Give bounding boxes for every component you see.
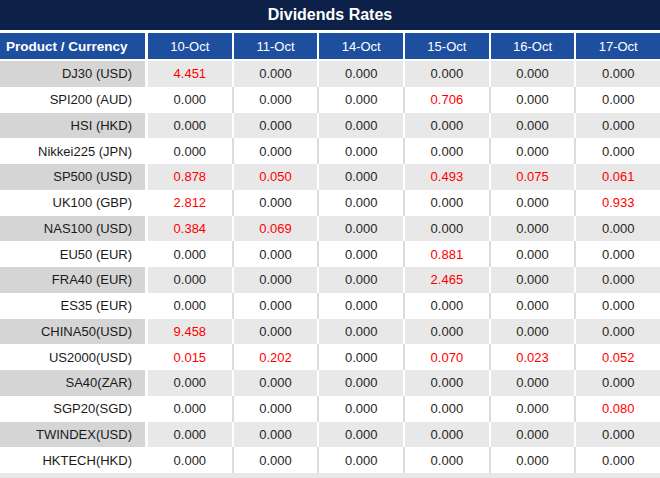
table-row: EU50 (EUR) 0.000 0.000 0.000 0.881 0.000… [0,241,660,267]
value-cell: 0.000 [574,319,660,345]
product-cell: SA40(ZAR) [0,370,145,396]
value-cell: 0.000 [403,61,489,87]
value-cell: 0.000 [574,293,660,319]
table-row: CHINA50(USD) 9.458 0.000 0.000 0.000 0.0… [0,319,660,345]
value-cell: 0.493 [403,164,489,190]
value-cell: 0.000 [574,113,660,139]
table-row: SGP20(SGD) 0.000 0.000 0.000 0.000 0.000… [0,396,660,422]
value-cell: 0.000 [317,113,403,139]
value-cell: 0.000 [403,216,489,242]
table-row: US2000(USD) 0.015 0.202 0.000 0.070 0.02… [0,344,660,370]
value-cell: 0.075 [489,164,575,190]
value-cell: 0.000 [489,241,575,267]
bottom-strip [0,473,660,478]
value-cell: 0.000 [489,422,575,448]
value-cell: 0.881 [403,241,489,267]
value-cell: 0.015 [145,344,232,370]
value-cell: 0.000 [574,422,660,448]
table-row: DJ30 (USD) 4.451 0.000 0.000 0.000 0.000… [0,61,660,87]
value-cell: 0.000 [403,319,489,345]
value-cell: 0.000 [489,319,575,345]
value-cell: 0.000 [232,190,318,216]
value-cell: 0.202 [232,344,318,370]
value-cell: 0.706 [403,87,489,113]
value-cell: 0.000 [489,190,575,216]
value-cell: 0.000 [403,138,489,164]
value-cell: 0.000 [403,113,489,139]
value-cell: 0.000 [145,293,232,319]
value-cell: 0.000 [489,396,575,422]
product-cell: ES35 (EUR) [0,293,145,319]
value-cell: 0.069 [232,216,318,242]
value-cell: 0.000 [145,241,232,267]
product-cell: FRA40 (EUR) [0,267,145,293]
value-cell: 0.000 [317,447,403,473]
table-row: HSI (HKD) 0.000 0.000 0.000 0.000 0.000 … [0,113,660,139]
value-cell: 0.061 [574,164,660,190]
product-cell: NAS100 (USD) [0,216,145,242]
value-cell: 0.000 [489,216,575,242]
value-cell: 2.465 [403,267,489,293]
column-header-date: 16-Oct [489,33,575,59]
column-header-product: Product / Currency [0,33,145,59]
value-cell: 0.000 [317,216,403,242]
column-header-date: 17-Oct [574,33,660,59]
value-cell: 0.000 [317,190,403,216]
value-cell: 0.000 [145,267,232,293]
header-row: Product / Currency 10-Oct 11-Oct 14-Oct … [0,33,660,59]
table-row: ES35 (EUR) 0.000 0.000 0.000 0.000 0.000… [0,293,660,319]
value-cell: 0.000 [317,61,403,87]
value-cell: 0.000 [317,87,403,113]
value-cell: 0.000 [317,267,403,293]
value-cell: 0.000 [317,138,403,164]
value-cell: 0.070 [403,344,489,370]
value-cell: 0.878 [145,164,232,190]
value-cell: 0.000 [489,267,575,293]
value-cell: 0.000 [145,370,232,396]
value-cell: 0.000 [232,241,318,267]
value-cell: 0.000 [232,319,318,345]
value-cell: 0.000 [403,422,489,448]
product-cell: TWINDEX(USD) [0,422,145,448]
value-cell: 0.000 [403,447,489,473]
value-cell: 0.000 [489,138,575,164]
product-cell: US2000(USD) [0,344,145,370]
product-cell: CHINA50(USD) [0,319,145,345]
value-cell: 0.000 [489,293,575,319]
table-row: NAS100 (USD) 0.384 0.069 0.000 0.000 0.0… [0,216,660,242]
product-cell: HKTECH(HKD) [0,447,145,473]
table-row: SP500 (USD) 0.878 0.050 0.000 0.493 0.07… [0,164,660,190]
value-cell: 0.000 [145,138,232,164]
value-cell: 0.000 [403,396,489,422]
value-cell: 0.384 [145,216,232,242]
product-cell: HSI (HKD) [0,113,145,139]
table-row: Nikkei225 (JPN) 0.000 0.000 0.000 0.000 … [0,138,660,164]
value-cell: 0.000 [489,113,575,139]
value-cell: 0.023 [489,344,575,370]
value-cell: 0.000 [574,241,660,267]
table-row: SPI200 (AUD) 0.000 0.000 0.000 0.706 0.0… [0,87,660,113]
value-cell: 0.050 [232,164,318,190]
value-cell: 0.000 [574,267,660,293]
value-cell: 0.000 [232,138,318,164]
product-cell: EU50 (EUR) [0,241,145,267]
value-cell: 4.451 [145,61,232,87]
product-cell: SP500 (USD) [0,164,145,190]
value-cell: 0.000 [232,293,318,319]
value-cell: 2.812 [145,190,232,216]
table-row: UK100 (GBP) 2.812 0.000 0.000 0.000 0.00… [0,190,660,216]
value-cell: 0.000 [574,138,660,164]
value-cell: 0.000 [489,370,575,396]
table-row: SA40(ZAR) 0.000 0.000 0.000 0.000 0.000 … [0,370,660,396]
column-header-date: 10-Oct [145,33,232,59]
value-cell: 0.052 [574,344,660,370]
column-header-date: 15-Oct [403,33,489,59]
dividends-rates-table: Dividends Rates Product / Currency 10-Oc… [0,0,660,478]
value-cell: 0.080 [574,396,660,422]
value-cell: 0.000 [232,267,318,293]
value-cell: 0.000 [574,447,660,473]
value-cell: 0.000 [317,241,403,267]
value-cell: 0.000 [574,370,660,396]
table-row: TWINDEX(USD) 0.000 0.000 0.000 0.000 0.0… [0,422,660,448]
value-cell: 0.000 [232,87,318,113]
